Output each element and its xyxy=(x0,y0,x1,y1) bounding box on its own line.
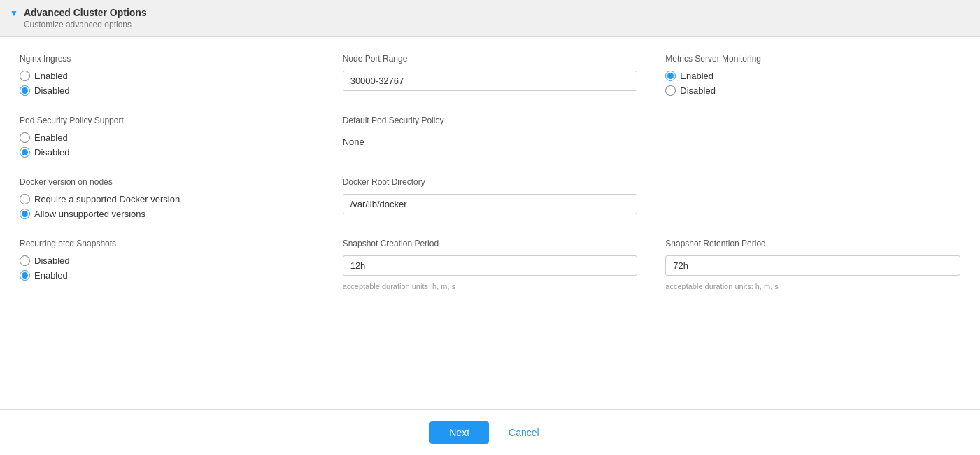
nginx-ingress-enabled-radio[interactable] xyxy=(20,71,30,81)
collapse-arrow-icon[interactable]: ▼ xyxy=(10,8,18,18)
nginx-ingress-enabled-text: Enabled xyxy=(34,71,68,81)
default-pod-security-label: Default Pod Security Policy xyxy=(343,115,638,125)
pod-security-policy-label: Pod Security Policy Support xyxy=(20,115,315,125)
docker-allow-text: Allow unsupported versions xyxy=(34,209,145,219)
pod-security-disabled-radio[interactable] xyxy=(20,147,30,158)
docker-require-radio[interactable] xyxy=(20,194,30,204)
docker-require-option[interactable]: Require a supported Docker version xyxy=(20,194,315,204)
etcd-enabled-radio[interactable] xyxy=(20,270,30,281)
page-wrapper: ▼ Advanced Cluster Options Customize adv… xyxy=(0,0,980,455)
recurring-etcd-label: Recurring etcd Snapshots xyxy=(20,239,315,248)
metrics-server-enabled-option[interactable]: Enabled xyxy=(665,71,960,81)
docker-require-text: Require a supported Docker version xyxy=(34,194,180,204)
metrics-server-enabled-radio[interactable] xyxy=(665,71,676,81)
pod-security-policy-group: Pod Security Policy Support Enabled Disa… xyxy=(20,115,315,158)
node-port-range-input[interactable] xyxy=(343,71,638,91)
row-1: Nginx Ingress Enabled Disabled Node Port… xyxy=(20,54,960,96)
docker-version-label: Docker version on nodes xyxy=(20,177,315,187)
docker-version-group: Docker version on nodes Require a suppor… xyxy=(20,177,315,219)
row2-empty-col xyxy=(665,115,960,158)
etcd-disabled-radio[interactable] xyxy=(20,255,30,266)
etcd-disabled-option[interactable]: Disabled xyxy=(20,255,315,266)
row-4: Recurring etcd Snapshots Disabled Enable… xyxy=(20,239,960,290)
pod-security-enabled-text: Enabled xyxy=(34,132,68,143)
snapshot-retention-group: Snapshot Retention Period acceptable dur… xyxy=(665,239,960,290)
panel-title: Advanced Cluster Options xyxy=(24,7,147,18)
pod-security-enabled-option[interactable]: Enabled xyxy=(20,132,315,143)
snapshot-creation-input[interactable] xyxy=(343,255,638,276)
nginx-ingress-label: Nginx Ingress xyxy=(20,54,315,64)
panel-footer: Next Cancel xyxy=(0,410,980,455)
nginx-ingress-disabled-option[interactable]: Disabled xyxy=(20,85,315,96)
default-pod-security-group: Default Pod Security Policy None xyxy=(343,115,638,158)
snapshot-retention-input[interactable] xyxy=(665,255,960,276)
snapshot-retention-label: Snapshot Retention Period xyxy=(665,239,960,248)
node-port-range-label: Node Port Range xyxy=(343,54,638,64)
panel-body: Nginx Ingress Enabled Disabled Node Port… xyxy=(0,37,980,410)
docker-root-label: Docker Root Directory xyxy=(343,177,638,187)
nginx-ingress-enabled-option[interactable]: Enabled xyxy=(20,71,315,81)
row-2: Pod Security Policy Support Enabled Disa… xyxy=(20,115,960,158)
docker-root-group: Docker Root Directory xyxy=(343,177,638,219)
nginx-ingress-group: Nginx Ingress Enabled Disabled xyxy=(20,54,315,96)
nginx-ingress-disabled-radio[interactable] xyxy=(20,85,30,96)
panel-header-text: Advanced Cluster Options Customize advan… xyxy=(24,7,147,29)
cancel-button[interactable]: Cancel xyxy=(497,421,551,444)
node-port-range-group: Node Port Range xyxy=(343,54,638,96)
metrics-server-label: Metrics Server Monitoring xyxy=(665,54,960,64)
snapshot-creation-group: Snapshot Creation Period acceptable dura… xyxy=(343,239,638,290)
snapshot-creation-hint: acceptable duration units: h, m, s xyxy=(343,282,638,290)
docker-allow-option[interactable]: Allow unsupported versions xyxy=(20,209,315,219)
snapshot-creation-label: Snapshot Creation Period xyxy=(343,239,638,248)
default-pod-security-value: None xyxy=(343,132,638,151)
etcd-enabled-option[interactable]: Enabled xyxy=(20,270,315,281)
next-button[interactable]: Next xyxy=(429,421,489,444)
docker-allow-radio[interactable] xyxy=(20,209,30,219)
snapshot-retention-hint: acceptable duration units: h, m, s xyxy=(665,282,960,290)
panel-subtitle: Customize advanced options xyxy=(24,20,147,29)
row3-empty-col xyxy=(665,177,960,219)
recurring-etcd-group: Recurring etcd Snapshots Disabled Enable… xyxy=(20,239,315,290)
metrics-server-disabled-option[interactable]: Disabled xyxy=(665,85,960,96)
docker-root-input[interactable] xyxy=(343,194,638,214)
metrics-server-group: Metrics Server Monitoring Enabled Disabl… xyxy=(665,54,960,96)
etcd-enabled-text: Enabled xyxy=(34,270,68,281)
metrics-server-disabled-text: Disabled xyxy=(680,85,716,96)
pod-security-disabled-text: Disabled xyxy=(34,147,70,158)
metrics-server-disabled-radio[interactable] xyxy=(665,85,676,96)
pod-security-enabled-radio[interactable] xyxy=(20,132,30,143)
pod-security-disabled-option[interactable]: Disabled xyxy=(20,147,315,158)
panel-header: ▼ Advanced Cluster Options Customize adv… xyxy=(0,0,980,37)
etcd-disabled-text: Disabled xyxy=(34,255,70,266)
row-3: Docker version on nodes Require a suppor… xyxy=(20,177,960,219)
metrics-server-enabled-text: Enabled xyxy=(680,71,713,81)
nginx-ingress-disabled-text: Disabled xyxy=(34,85,70,96)
